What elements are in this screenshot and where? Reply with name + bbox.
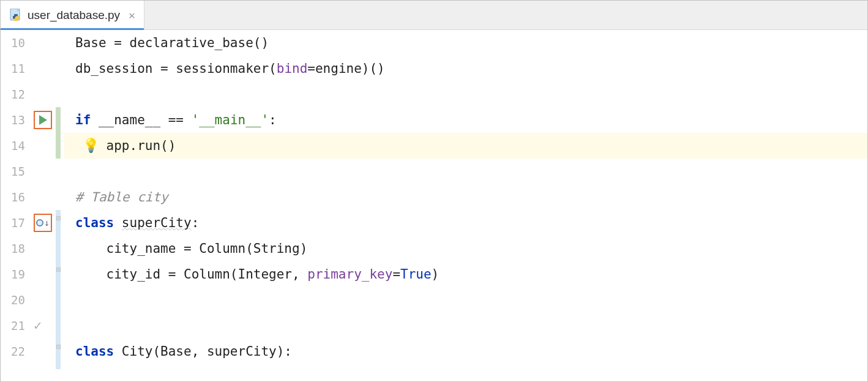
code-line[interactable] [64,293,83,307]
line-number: 20 [1,293,31,307]
line-number: 15 [1,165,31,178]
line-number: 14 [1,139,31,152]
code-editor[interactable]: 10111213141516171819202122 ↓ ✓ ⊟ ⊟ ⊟ Bas… [1,30,867,381]
change-marker [56,107,61,159]
line-number: 11 [1,62,31,75]
line-number: 10 [1,36,31,50]
python-file-icon [9,9,23,22]
code-line[interactable]: city_name = Column(String) [64,241,307,256]
line-number: 18 [1,242,31,255]
line-number: 19 [1,268,31,281]
code-line[interactable]: app.run() [64,138,176,153]
code-line[interactable] [64,87,83,102]
code-line[interactable] [64,318,83,333]
tab-filename: user_database.py [28,9,120,22]
play-icon [39,115,47,125]
gutter-change-bar: ⊟ ⊟ ⊟ [56,30,64,381]
tab-bar: user_database.py ✕ [1,1,867,30]
checkmark-icon: ✓ [34,318,42,333]
line-number: 21 [1,319,31,332]
code-line[interactable]: Base = declarative_base() [64,36,269,50]
gutter-line-numbers: 10111213141516171819202122 [1,30,31,381]
close-icon[interactable]: ✕ [129,9,135,21]
fold-end-icon[interactable]: ⊟ [56,265,61,274]
code-line[interactable]: if __name__ == '__main__': [64,113,277,127]
line-number: 12 [1,88,31,101]
tab-user-database[interactable]: user_database.py ✕ [1,1,144,29]
override-down-icon: ↓ [36,219,50,228]
code-line[interactable]: city_id = Column(Integer, primary_key=Tr… [64,267,439,282]
code-line[interactable]: # Table city [64,190,168,204]
gutter-icons: ↓ ✓ [31,30,56,381]
lightbulb-icon[interactable]: 💡 [83,138,99,153]
editor-frame: user_database.py ✕ 101112131415161718192… [0,0,868,382]
code-line[interactable]: db_session = sessionmaker(bind=engine)() [64,61,385,76]
line-number: 13 [1,113,31,127]
navigate-gutter-icon[interactable]: ↓ [34,214,52,232]
line-number: 17 [1,216,31,230]
fold-icon[interactable]: ⊟ [56,342,61,351]
line-number: 16 [1,190,31,204]
line-number: 22 [1,345,31,358]
code-line[interactable]: class City(Base, superCity): [64,344,292,359]
fold-icon[interactable]: ⊟ [56,214,61,223]
code-area[interactable]: Base = declarative_base()db_session = se… [64,30,867,381]
code-line[interactable] [64,164,83,179]
run-gutter-icon[interactable] [34,111,52,129]
code-line[interactable]: class superCity: [64,215,199,230]
